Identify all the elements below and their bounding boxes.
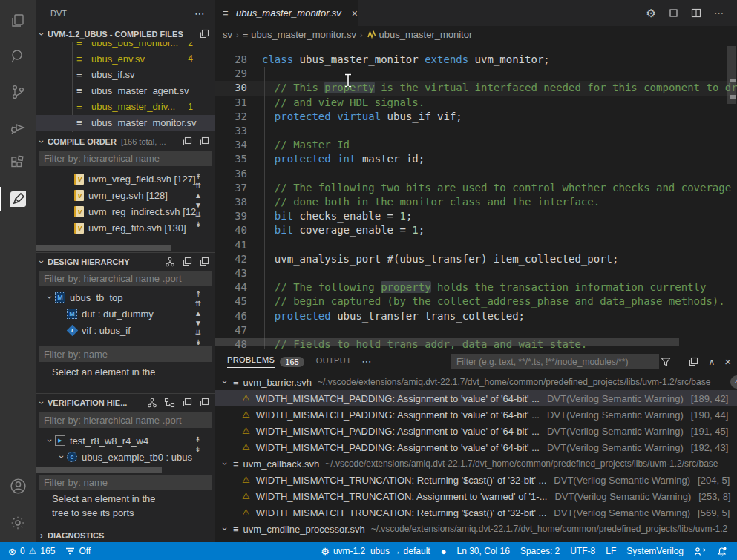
tree-node-test[interactable]: ›▶test_r8_w8_r4_w4 [36,432,215,449]
collapse-all-icon[interactable] [199,398,209,408]
collapse-all-icon[interactable] [199,29,209,39]
filter-status-item[interactable]: Off [60,542,96,560]
compile-order-row[interactable]: vuvm_reg_indirect.svh [12 [36,203,215,220]
code-editor[interactable]: 28class ubus_master_monitor extends uvm_… [215,43,737,349]
feedback-icon[interactable] [689,542,711,560]
code-line[interactable]: 40 bit coverage_enable = 1; [215,223,737,237]
problems-status-item[interactable]: ⊗ 0 ⚠ 165 [3,542,60,560]
scroll-top-icon[interactable]: ↟ [195,172,201,181]
hierarchy-icon[interactable] [147,398,157,408]
settings-gear-icon[interactable]: ⚙ [646,7,656,20]
code-line[interactable]: 42 uvm_analysis_port #(ubus_transfer) it… [215,252,737,266]
problem-row[interactable]: ⚠WIDTH_MISMATCH_TRUNCATION: Returning '$… [215,472,737,488]
close-icon[interactable]: × [352,7,358,19]
project-config-item[interactable]: ⚙ uvm-1.2_ubus → default [315,542,435,560]
split-editor-icon[interactable] [691,8,701,18]
design-name-filter-input[interactable] [39,346,212,362]
collapse-all-icon[interactable] [199,257,209,267]
hierarchy-icon[interactable] [165,257,175,267]
compile-order-row[interactable]: vuvm_reg.svh [128] [36,187,215,203]
code-line[interactable]: 45 // begin captured (by the collect_add… [215,294,737,309]
code-line[interactable]: 47 [215,323,737,337]
code-line[interactable]: 35 protected int master_id; [215,152,737,166]
code-line[interactable]: 39 bit checks_enable = 1; [215,209,737,223]
code-line[interactable]: 30 // This property is the virtual inter… [215,81,737,95]
chevron-up-icon[interactable]: ∧ [708,357,715,367]
section-compile-order[interactable]: › COMPILE ORDER [166 total, ... [36,133,215,151]
chevron-down-icon[interactable]: › [36,397,47,409]
scroll-top-icon[interactable]: ↟ [194,435,200,444]
chevron-down-icon[interactable]: › [56,452,67,462]
status-circle-icon[interactable]: ● [436,542,452,560]
dvt-icon[interactable] [0,184,36,214]
chevron-down-icon[interactable]: › [45,435,55,446]
code-line[interactable]: 46 protected ubus_transfer trans_collect… [215,309,737,323]
scroll-up-icon[interactable]: ▲ [194,309,202,318]
tab-output[interactable]: OUTPUT [316,356,352,368]
tree-node-interface[interactable]: ivif : ubus_if [36,322,215,338]
filter-funnel-icon[interactable] [661,357,671,367]
horizontal-scrollbar-thumb[interactable] [215,338,679,346]
restore-panel-icon[interactable] [688,357,698,367]
problem-row[interactable]: ⚠WIDTH_MISMATCH_PADDING: Assignment to '… [215,390,737,406]
chevron-down-icon[interactable]: › [36,256,47,268]
problem-row[interactable]: ⚠WIDTH_MISMATCH_TRUNCATION: Returning '$… [215,504,737,521]
breadcrumb-file[interactable]: ubus_master_monitor.sv [251,29,356,40]
vertical-scrollbar[interactable] [726,43,737,349]
problem-group-row[interactable]: ›≡uvm_barrier.svh~/.vscode/extensions/am… [215,374,737,390]
compiled-file-row[interactable]: ≡ubus_master_monitor.sv [36,115,215,131]
problem-group-row[interactable]: ›≡uvm_cmdline_processor.svh~/.vscode/ext… [215,521,737,537]
tree-node-module[interactable]: Mdut : dut_dummy [36,306,215,322]
factory-overrides-icon[interactable] [164,398,175,408]
scroll-down-fast-icon[interactable]: ⇊ [195,329,201,337]
settings-gear-icon[interactable] [0,508,36,538]
compiled-file-row[interactable]: ≡ubus_bus_monitor...2 [36,42,215,51]
scroll-up-fast-icon[interactable]: ⇈ [195,182,201,191]
close-panel-icon[interactable]: × [724,355,731,368]
horizontal-scrollbar[interactable] [36,467,162,473]
compile-order-row[interactable]: vuvm_reg_fifo.svh [130] [36,220,215,236]
open-file-icon[interactable] [182,257,192,267]
section-diagnostics[interactable]: › DIAGNOSTICS [36,527,215,542]
chevron-down-icon[interactable]: › [36,28,47,40]
explorer-icon[interactable] [0,6,36,36]
problem-row[interactable]: ⚠WIDTH_MISMATCH_PADDING: Assignment to '… [215,423,737,439]
collapse-all-icon[interactable] [199,136,209,147]
run-debug-icon[interactable] [0,113,36,142]
encoding-item[interactable]: UTF-8 [565,542,600,560]
problem-row[interactable]: ⚠WIDTH_MISMATCH_PADDING: Assignment to '… [215,439,737,455]
open-file-icon[interactable] [182,136,192,147]
design-hierarchy-filter-input[interactable] [39,271,212,286]
problem-group-row[interactable]: ›≡uvm_callback.svh~/.vscode/extensions/a… [215,455,737,472]
language-mode-item[interactable]: SystemVerilog [621,542,689,560]
open-changes-icon[interactable] [669,8,678,18]
chevron-down-icon[interactable]: › [45,292,55,303]
code-line[interactable]: 33 [215,124,737,138]
tab-problems[interactable]: PROBLEMS [227,355,275,368]
account-icon[interactable] [0,471,36,501]
code-line[interactable]: 41 [215,238,737,252]
code-line[interactable]: 37 // The following two bits are used to… [215,181,737,195]
scroll-down-icon[interactable]: ▼ [194,201,202,210]
chevron-right-icon[interactable]: › [36,530,48,541]
scroll-top-icon[interactable]: ↟ [195,290,201,299]
horizontal-scrollbar[interactable] [36,245,171,251]
section-verification-hierarchy[interactable]: › VERIFICATION HIE... [36,393,215,411]
chevron-down-icon[interactable]: › [220,458,230,469]
code-line[interactable]: 44 // The following property holds the t… [215,280,737,294]
compiled-file-row[interactable]: ≡ubus_master_driv...1 [36,99,215,115]
code-line[interactable]: 31 // and view HDL signals. [215,96,737,110]
code-line[interactable]: 43 [215,266,737,280]
more-actions-icon[interactable]: ⋯ [714,7,724,19]
more-tabs-icon[interactable]: ⋯ [361,356,371,367]
compile-order-row[interactable]: vuvm_vreg_field.svh [127] [36,171,215,187]
scroll-bottom-icon[interactable]: ↡ [195,220,201,229]
code-line[interactable]: 28class ubus_master_monitor extends uvm_… [215,53,737,67]
indentation-item[interactable]: Spaces: 2 [515,542,565,560]
problem-row[interactable]: ⚠WIDTH_MISMATCH_TRUNCATION: Assignment t… [215,488,737,504]
more-actions-icon[interactable]: ⋯ [194,7,205,19]
scroll-up-fast-icon[interactable]: ⇈ [195,300,201,309]
scroll-down-fast-icon[interactable]: ⇊ [195,211,201,220]
verification-name-filter-input[interactable] [39,475,212,490]
cursor-position-item[interactable]: Ln 30, Col 16 [452,542,515,560]
